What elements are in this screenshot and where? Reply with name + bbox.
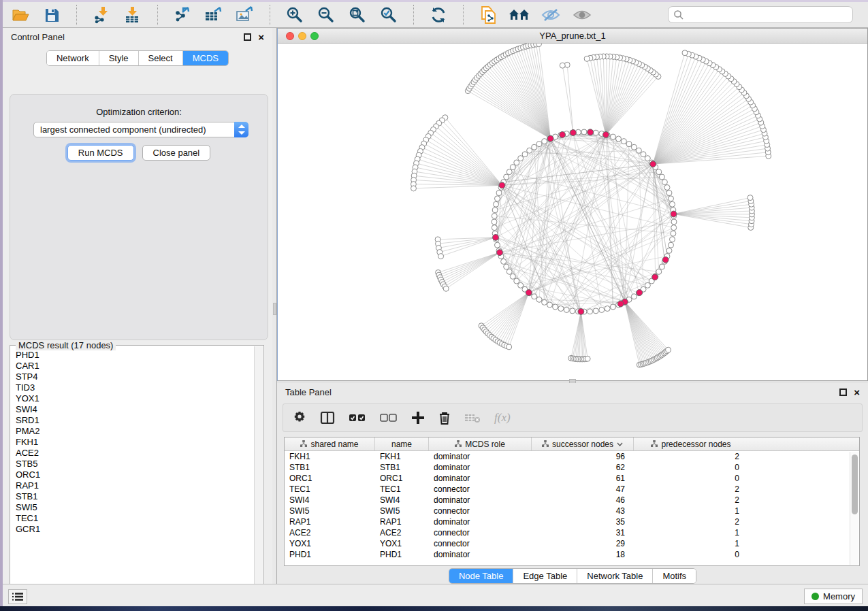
graph-node[interactable] xyxy=(443,286,449,291)
mcds-result-item[interactable]: ORC1 xyxy=(16,469,255,480)
graph-node[interactable] xyxy=(510,165,515,170)
node-table[interactable]: shared namenameMCDS rolesuccessor nodesp… xyxy=(284,437,860,566)
graph-node[interactable] xyxy=(665,347,671,352)
tab-node-table[interactable]: Node Table xyxy=(449,569,513,583)
vertical-splitter[interactable] xyxy=(272,28,277,584)
graph-node[interactable] xyxy=(682,50,688,56)
table-row[interactable]: ORC1ORC1dominator610 xyxy=(285,473,859,484)
graph-node[interactable] xyxy=(553,304,558,310)
graph-node[interactable] xyxy=(518,156,524,161)
graph-node[interactable] xyxy=(669,196,674,201)
graph-node[interactable] xyxy=(494,196,500,201)
graph-node[interactable] xyxy=(532,144,537,150)
tab-network-table[interactable]: Network Table xyxy=(577,569,652,583)
mcds-node[interactable] xyxy=(652,274,658,280)
float-window-icon[interactable] xyxy=(244,33,251,41)
table-row[interactable]: STB1STB1dominator620 xyxy=(285,462,859,473)
graph-node[interactable] xyxy=(504,174,509,180)
mcds-result-item[interactable]: STB5 xyxy=(16,459,255,469)
graph-node[interactable] xyxy=(522,152,528,157)
graph-node[interactable] xyxy=(438,254,444,259)
mcds-node[interactable] xyxy=(662,257,669,263)
graph-node[interactable] xyxy=(411,186,416,191)
import-table-button[interactable] xyxy=(122,5,144,25)
graph-node[interactable] xyxy=(536,142,542,147)
zoom-out-button[interactable] xyxy=(315,5,337,25)
tab-motifs[interactable]: Motifs xyxy=(652,569,696,583)
graph-node[interactable] xyxy=(558,306,564,312)
scrollbar-thumb[interactable] xyxy=(852,455,858,514)
mcds-result-item[interactable]: ACE2 xyxy=(16,448,255,459)
graph-node[interactable] xyxy=(514,160,519,165)
mcds-node[interactable] xyxy=(497,250,503,256)
network-view-titlebar[interactable]: YPA_prune.txt_1 xyxy=(278,29,867,44)
graph-node[interactable] xyxy=(659,174,664,180)
mcds-node[interactable] xyxy=(650,161,656,167)
export-network-button[interactable] xyxy=(172,5,193,25)
graph-node[interactable] xyxy=(599,307,605,312)
column-header-MCDS-role[interactable]: MCDS role xyxy=(429,437,532,450)
graph-node[interactable] xyxy=(507,169,512,175)
table-row[interactable]: FKH1FKH1dominator962 xyxy=(285,451,859,462)
mcds-result-item[interactable]: STB1 xyxy=(16,491,255,502)
graph-node[interactable] xyxy=(664,184,670,190)
column-header-shared-name[interactable]: shared name xyxy=(285,437,375,450)
table-row[interactable]: TEC1TEC1connector472 xyxy=(285,484,859,495)
graph-node[interactable] xyxy=(631,144,637,150)
mcds-result-item[interactable]: YOX1 xyxy=(16,393,255,404)
open-button[interactable] xyxy=(10,5,31,25)
mcds-result-item[interactable]: SWI4 xyxy=(16,404,255,415)
graph-node[interactable] xyxy=(671,219,677,225)
graph-node[interactable] xyxy=(671,225,677,231)
mcds-node[interactable] xyxy=(617,301,624,307)
mcds-node[interactable] xyxy=(547,135,553,142)
graph-node[interactable] xyxy=(626,142,632,147)
run-mcds-button[interactable]: Run MCDS xyxy=(67,145,134,161)
graph-node[interactable] xyxy=(585,356,590,361)
close-panel-button[interactable]: Close panel xyxy=(142,145,211,161)
graph-node[interactable] xyxy=(641,152,646,157)
graph-node[interactable] xyxy=(588,309,593,314)
graph-node[interactable] xyxy=(504,264,509,269)
graph-node[interactable] xyxy=(496,191,502,196)
save-button[interactable] xyxy=(41,5,63,25)
show-all-button[interactable] xyxy=(571,5,593,25)
mcds-result-item[interactable]: FKH1 xyxy=(16,437,255,448)
graph-node[interactable] xyxy=(536,297,542,302)
graph-node[interactable] xyxy=(560,63,565,68)
mcds-result-item[interactable]: STP4 xyxy=(16,371,255,382)
tab-edge-table[interactable]: Edge Table xyxy=(513,569,577,583)
mcds-node[interactable] xyxy=(671,211,677,217)
search-box[interactable] xyxy=(668,6,853,23)
zoom-fit-button[interactable] xyxy=(347,5,368,25)
graph-node[interactable] xyxy=(492,208,498,213)
mcds-result-item[interactable]: RAP1 xyxy=(16,480,255,491)
table-scrollbar[interactable] xyxy=(850,452,858,565)
graph-node[interactable] xyxy=(669,201,675,207)
graph-node[interactable] xyxy=(748,195,753,201)
import-network-button[interactable] xyxy=(91,5,112,25)
table-row[interactable]: PHD1PHD1dominator180 xyxy=(285,549,859,560)
select-all-rows-icon[interactable] xyxy=(349,412,366,423)
graph-node[interactable] xyxy=(494,242,500,248)
graph-node[interactable] xyxy=(492,225,497,231)
graph-node[interactable] xyxy=(570,308,575,314)
zoom-selected-button[interactable] xyxy=(378,5,400,25)
graph-node[interactable] xyxy=(645,282,650,288)
graph-node[interactable] xyxy=(518,282,524,288)
column-header-name[interactable]: name xyxy=(375,437,429,450)
graph-node[interactable] xyxy=(636,148,641,153)
mcds-node[interactable] xyxy=(560,132,566,138)
graph-node[interactable] xyxy=(527,148,532,153)
close-panel-icon[interactable]: × xyxy=(258,33,264,41)
graph-node[interactable] xyxy=(501,259,507,264)
delete-column-trash-icon[interactable] xyxy=(438,411,451,425)
criterion-select[interactable]: largest connected component (undirected) xyxy=(33,122,248,137)
zoom-in-button[interactable] xyxy=(284,5,306,25)
mcds-result-item[interactable]: CAR1 xyxy=(16,361,255,371)
mcds-result-list[interactable]: PHD1CAR1STP4TID3YOX1SWI4SRD1PMA2FKH1ACE2… xyxy=(11,350,255,596)
graph-node[interactable] xyxy=(605,306,610,312)
mcds-node[interactable] xyxy=(526,290,532,296)
graph-node[interactable] xyxy=(656,269,662,274)
splitter-grip[interactable] xyxy=(273,303,276,315)
